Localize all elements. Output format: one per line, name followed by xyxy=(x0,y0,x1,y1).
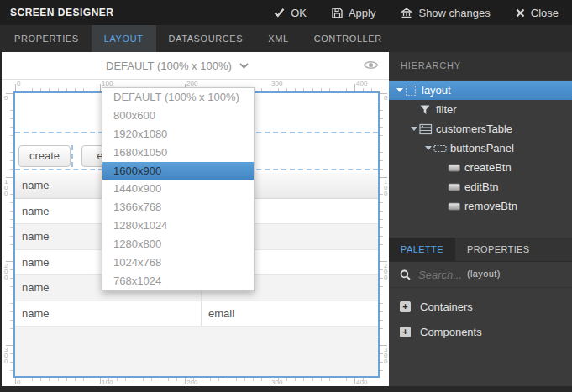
resolution-option[interactable]: 800x600 xyxy=(102,107,254,125)
resolution-option[interactable]: DEFAULT (100% x 100%) xyxy=(102,88,254,107)
bank-changes-icon xyxy=(401,8,412,18)
search-icon xyxy=(400,269,411,280)
preview-eye-button[interactable] xyxy=(363,59,379,74)
ok-button[interactable]: OK xyxy=(274,7,307,19)
palette-tabbar: PALETTEPROPERTIES (layout) xyxy=(389,238,572,262)
resolution-option[interactable]: 1440x900 xyxy=(102,180,254,198)
tree-node-label: layout xyxy=(419,84,451,97)
expand-plus-icon[interactable]: + xyxy=(400,327,411,337)
close-button[interactable]: Close xyxy=(516,7,559,19)
table-empty-area xyxy=(15,327,378,376)
app-title: SCREEN DESIGNER xyxy=(0,7,114,18)
app-header: SCREEN DESIGNER OK Apply Show c xyxy=(0,0,572,25)
tree-node-customersTable[interactable]: customersTable xyxy=(389,119,572,139)
palette-section-label: Containers xyxy=(420,301,473,313)
tab-properties[interactable]: PROPERTIES xyxy=(2,25,92,52)
tree-node-layout[interactable]: layout xyxy=(389,81,572,100)
show-changes-label: Show changes xyxy=(418,7,490,19)
tab-datasources[interactable]: DATASOURCES xyxy=(156,25,256,52)
show-changes-button[interactable]: Show changes xyxy=(401,7,490,19)
funnel-icon xyxy=(419,104,433,116)
main-tabbar: PROPERTIESLAYOUTDATASOURCESXMLCONTROLLER xyxy=(0,25,572,52)
expand-arrow-icon[interactable] xyxy=(422,146,433,150)
table-icon xyxy=(419,123,433,135)
bottom-bar xyxy=(0,386,572,392)
canvas-toolbar: DEFAULT (100% x 100%) xyxy=(2,52,389,80)
palette-tab-palette[interactable]: PALETTE xyxy=(389,238,455,261)
hierarchy-tree: layoutfiltercustomersTablebuttonsPanelcr… xyxy=(389,81,572,216)
ruler-vertical-right: 01 0 02 0 03 0 0 xyxy=(380,91,389,378)
resolution-dropdown-trigger[interactable]: DEFAULT (100% x 100%) xyxy=(106,52,249,80)
expand-plus-icon[interactable]: + xyxy=(400,301,411,312)
palette-section-components[interactable]: +Components xyxy=(389,319,572,344)
hierarchy-header: HIERARCHY xyxy=(389,52,572,80)
close-icon xyxy=(516,8,525,18)
tree-node-createBtn[interactable]: createBtn xyxy=(389,158,572,177)
close-label: Close xyxy=(531,7,559,19)
resolution-option[interactable]: 1920x1080 xyxy=(102,125,254,144)
eye-icon xyxy=(363,60,379,71)
header-actions: OK Apply Show changes Close xyxy=(274,7,572,19)
button-icon xyxy=(448,181,462,193)
apply-button[interactable]: Apply xyxy=(332,7,376,19)
tree-node-filter[interactable]: filter xyxy=(389,100,572,119)
palette-section-containers[interactable]: +Containers xyxy=(389,294,572,319)
tree-node-label: customersTable xyxy=(433,123,512,135)
ruler-vertical-left: 01 0 02 0 03 0 0 xyxy=(2,91,13,378)
check-icon xyxy=(274,8,285,18)
palette-search-row xyxy=(389,262,572,288)
cell-name: name xyxy=(15,301,201,327)
tree-node-label: filter xyxy=(433,103,457,116)
ruler-horizontal-bottom: 0100200300400 xyxy=(2,378,389,386)
resolution-option[interactable]: 1366x768 xyxy=(102,198,254,217)
resolution-option[interactable]: 1280x1024 xyxy=(102,217,254,235)
tree-node-removeBtn[interactable]: removeBtn xyxy=(389,196,572,216)
tab-controller[interactable]: CONTROLLER xyxy=(302,25,395,52)
cell-email: email xyxy=(201,301,378,327)
tab-xml[interactable]: XML xyxy=(255,25,301,52)
resolution-option[interactable]: 1280x800 xyxy=(102,235,254,253)
resolution-option[interactable]: 1024x768 xyxy=(102,253,254,272)
palette-section-label: Components xyxy=(420,326,482,338)
dashed-panel-icon xyxy=(433,143,448,154)
tree-node-label: editBtn xyxy=(462,180,498,193)
resolution-dropdown-list: DEFAULT (100% x 100%)800x6001920x1080168… xyxy=(102,87,255,291)
right-panel: HIERARCHY layoutfiltercustomersTablebutt… xyxy=(389,52,572,386)
palette-search-input[interactable] xyxy=(418,269,553,281)
tab-layout[interactable]: LAYOUT xyxy=(92,25,156,52)
resolution-option[interactable]: 768x1024 xyxy=(102,272,254,290)
ok-label: OK xyxy=(291,7,307,19)
apply-label: Apply xyxy=(349,7,376,19)
button-icon xyxy=(448,162,462,174)
save-floppy-icon xyxy=(332,8,343,18)
grid-panel-icon xyxy=(405,85,419,97)
table-row[interactable]: nameemail xyxy=(15,301,378,327)
tree-node-editBtn[interactable]: editBtn xyxy=(389,177,572,196)
palette-sections: +Containers+Components xyxy=(389,294,572,344)
resolution-value: DEFAULT (100% x 100%) xyxy=(106,60,232,72)
tree-node-buttonsPanel[interactable]: buttonsPanel xyxy=(389,139,572,158)
palette-tab-properties-layout[interactable]: PROPERTIES (layout) xyxy=(455,238,572,261)
tree-node-label: createBtn xyxy=(462,161,512,174)
tree-node-label: removeBtn xyxy=(462,200,517,212)
create-design-button[interactable]: create xyxy=(18,145,71,167)
button-icon xyxy=(448,201,462,212)
expand-arrow-icon[interactable] xyxy=(408,127,419,131)
expand-arrow-icon[interactable] xyxy=(394,88,405,92)
chevron-down-icon xyxy=(239,63,249,69)
button-dashed-divider xyxy=(71,145,73,167)
tree-node-label: buttonsPanel xyxy=(448,142,514,154)
resolution-option[interactable]: 1600x900 xyxy=(102,162,254,180)
resolution-option[interactable]: 1680x1050 xyxy=(102,144,254,162)
